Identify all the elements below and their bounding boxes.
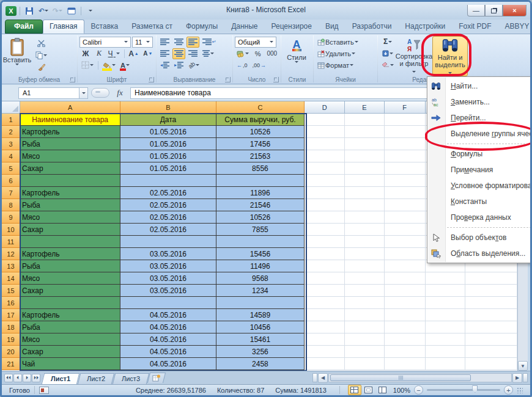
cell-F14[interactable] <box>385 272 426 285</box>
borders-button[interactable] <box>79 60 95 71</box>
decrease-indent-button[interactable]: ◂ <box>158 60 171 71</box>
cell-H15[interactable] <box>465 285 517 297</box>
increase-decimal-button[interactable]: ←,0 <box>235 60 249 71</box>
cell-G16[interactable] <box>426 297 466 309</box>
format-cells-button[interactable]: Формат <box>316 60 355 71</box>
cell-E5[interactable] <box>345 162 385 175</box>
orientation-button[interactable]: ab <box>187 60 201 71</box>
sort-filter-button[interactable]: АЯ Сортировка и фильтр <box>397 36 431 76</box>
tab-Формулы[interactable]: Формулы <box>179 20 224 34</box>
number-format-select[interactable]: Общий <box>235 37 276 48</box>
window-split-handle[interactable] <box>523 373 528 382</box>
last-sheet-icon[interactable]: ⏵⏵ <box>32 374 40 382</box>
cell-C2[interactable]: 10526 <box>216 126 305 138</box>
cell-C7[interactable]: 11896 <box>216 187 305 199</box>
copy-button[interactable] <box>34 49 49 60</box>
cell-D5[interactable] <box>305 162 345 175</box>
cell-G18[interactable] <box>426 321 466 333</box>
sheet-tab-Лист1[interactable]: Лист1 <box>42 373 80 384</box>
close-button[interactable]: × <box>503 5 526 16</box>
cell-A5[interactable]: Сахар <box>20 162 120 175</box>
cell-E4[interactable] <box>345 150 385 162</box>
font-color-button[interactable]: А <box>119 60 131 71</box>
name-box-dropdown-icon[interactable] <box>79 87 88 99</box>
formula-bar-handle[interactable] <box>91 88 109 98</box>
menu-item-примечания[interactable]: Примечания <box>427 162 532 178</box>
tab-split-handle[interactable] <box>312 373 317 382</box>
percent-style-button[interactable]: % <box>252 48 264 59</box>
cell-E19[interactable] <box>345 333 385 346</box>
cell-H20[interactable] <box>465 346 517 358</box>
cell-D11[interactable] <box>305 236 345 248</box>
row-header-20[interactable]: 20 <box>2 346 20 358</box>
cell-H19[interactable] <box>465 333 517 346</box>
zoom-level[interactable]: 100% <box>393 387 410 394</box>
cell-C18[interactable]: 10456 <box>216 321 305 333</box>
cell-E16[interactable] <box>345 297 385 309</box>
excel-logo-icon[interactable]: X <box>6 6 17 16</box>
insert-cells-button[interactable]: Вставить <box>316 37 360 48</box>
cell-D8[interactable] <box>305 199 345 211</box>
scroll-down-icon[interactable]: ▼ <box>518 361 528 371</box>
cell-C17[interactable]: 14589 <box>216 309 305 321</box>
merge-center-button[interactable] <box>201 48 216 59</box>
cell-D15[interactable] <box>305 285 345 297</box>
restore-button[interactable] <box>485 5 503 16</box>
cell-E20[interactable] <box>345 346 385 358</box>
cell-F18[interactable] <box>385 321 426 333</box>
column-header-F[interactable]: F <box>385 101 426 114</box>
cell-E11[interactable] <box>345 236 385 248</box>
cell-B16[interactable] <box>120 297 216 309</box>
zoom-in-button[interactable]: + <box>504 385 513 395</box>
cell-H14[interactable] <box>465 272 517 285</box>
cell-F8[interactable] <box>385 199 426 211</box>
cell-A9[interactable]: Мясо <box>20 211 120 224</box>
cell-B12[interactable]: 03.05.2016 <box>120 248 216 260</box>
page-break-view-button[interactable] <box>376 385 390 395</box>
row-header-12[interactable]: 12 <box>2 248 20 260</box>
prev-sheet-icon[interactable]: ⏴ <box>13 374 22 382</box>
cell-D16[interactable] <box>305 297 345 309</box>
cell-A20[interactable]: Сахар <box>20 346 120 358</box>
cell-D10[interactable] <box>305 224 345 236</box>
cell-B7[interactable]: 02.05.2016 <box>120 187 216 199</box>
increase-indent-button[interactable]: ▸ <box>172 60 185 71</box>
cell-E3[interactable] <box>345 138 385 150</box>
minimize-button[interactable]: — <box>467 5 485 16</box>
cell-B4[interactable]: 01.05.2016 <box>120 150 216 162</box>
cell-D20[interactable] <box>305 346 345 358</box>
cell-B8[interactable]: 02.05.2016 <box>120 199 216 211</box>
cell-E15[interactable] <box>345 285 385 297</box>
cell-C12[interactable]: 15456 <box>216 248 305 260</box>
tab-Надстройки[interactable]: Надстройки <box>398 20 452 34</box>
row-header-1[interactable]: 1 <box>2 114 20 126</box>
cell-B20[interactable]: 04.05.2016 <box>120 346 216 358</box>
menu-item-область-выделения-[interactable]: Область выделения... <box>427 246 532 261</box>
font-dialog-launcher-icon[interactable] <box>149 77 154 82</box>
tab-Главная[interactable]: Главная <box>43 20 84 34</box>
menu-item-формулы[interactable]: Формулы <box>427 146 532 162</box>
cell-E12[interactable] <box>345 248 385 260</box>
cell-A18[interactable]: Рыба <box>20 321 120 333</box>
cell-B1[interactable]: Дата <box>120 114 216 126</box>
cell-G15[interactable] <box>426 285 466 297</box>
tab-Foxit PDF[interactable]: Foxit PDF <box>452 20 498 34</box>
cell-E8[interactable] <box>345 199 385 211</box>
row-header-13[interactable]: 13 <box>2 260 20 272</box>
sheet-tab-Лист2[interactable]: Лист2 <box>78 373 115 384</box>
cell-G17[interactable] <box>426 309 466 321</box>
zoom-out-button[interactable]: − <box>414 385 423 395</box>
decrease-decimal-button[interactable]: ,00→ <box>251 60 268 71</box>
cell-C19[interactable]: 15461 <box>216 333 305 346</box>
row-header-21[interactable]: 21 <box>2 358 20 370</box>
align-center-button[interactable] <box>172 48 185 59</box>
cell-E21[interactable] <box>345 358 385 370</box>
cell-G20[interactable] <box>426 346 466 358</box>
cell-C16[interactable] <box>216 297 305 309</box>
horizontal-scroll-thumb[interactable] <box>330 374 471 381</box>
cell-D6[interactable] <box>305 175 345 187</box>
tab-Вставка[interactable]: Вставка <box>84 20 125 34</box>
cell-G21[interactable] <box>426 358 466 370</box>
cell-E1[interactable] <box>345 114 385 126</box>
row-header-18[interactable]: 18 <box>2 321 20 333</box>
